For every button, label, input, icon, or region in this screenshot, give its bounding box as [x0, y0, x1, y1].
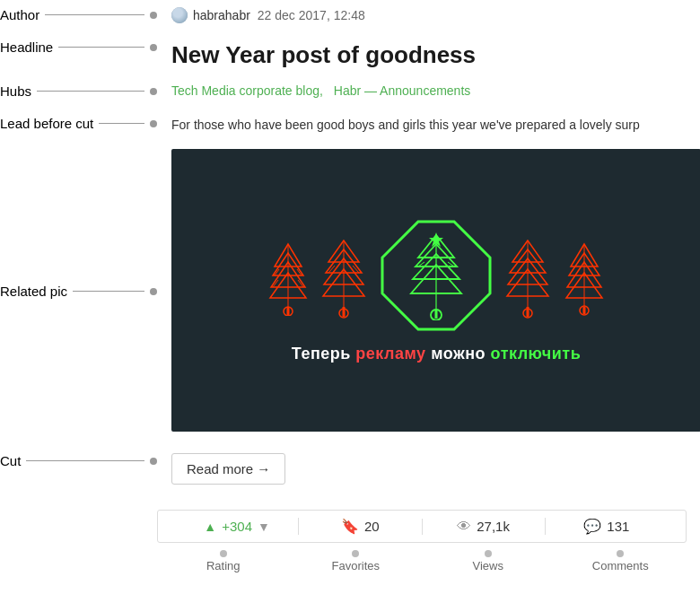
eye-icon: 👁 — [457, 519, 471, 535]
ad-green: отключить — [491, 345, 582, 363]
views-stat: 👁 27,1k — [422, 519, 545, 535]
hubs-dot — [150, 88, 157, 95]
related-pic-label: Related pic — [0, 284, 67, 299]
rating-label: Rating — [206, 559, 241, 572]
comments-label-dot — [617, 550, 624, 557]
headline-dot — [150, 44, 157, 51]
lead-line — [99, 123, 144, 124]
hub-link-2[interactable]: Habr — Announcements — [334, 83, 471, 98]
views-label-item: Views — [422, 550, 555, 572]
cut-line — [26, 460, 144, 461]
image-content: Теперь рекламу можно отключить — [157, 149, 700, 432]
favorites-label-item: Favorites — [290, 550, 423, 572]
hubs-content: Tech Media corporate blog, Habr — Announ… — [157, 83, 700, 98]
hubs-line — [37, 91, 144, 92]
svg-marker-20 — [382, 222, 490, 329]
related-pic-row: Related pic — [0, 142, 700, 439]
bookmark-icon: 🔖 — [341, 518, 359, 535]
read-more-button[interactable]: Read more → — [171, 453, 285, 485]
related-pic-dot — [150, 288, 157, 295]
favorites-label: Favorites — [332, 559, 380, 572]
author-label-col: Author — [0, 7, 157, 22]
rating-stat: ▲ +304 ▼ — [176, 519, 298, 534]
stats-bar: ▲ +304 ▼ 🔖 20 👁 27,1k 💬 131 — [157, 510, 687, 543]
headline-label: Headline — [0, 39, 53, 55]
comments-stat: 💬 131 — [545, 518, 668, 535]
hub-link-1[interactable]: Tech Media corporate blog, — [171, 83, 323, 98]
headline-row: Headline New Year post of goodness — [0, 32, 700, 76]
favorites-label-dot — [352, 550, 359, 557]
lead-dot — [150, 120, 157, 127]
lead-text: For those who have been good boys and gi… — [171, 116, 640, 135]
hubs-label: Hubs — [0, 83, 31, 99]
author-row: Author habrahabr 22 dec 2017, 12:48 — [0, 0, 700, 32]
trees-container — [266, 217, 607, 334]
related-pic-label-col: Related pic — [0, 149, 157, 299]
cut-label-col: Cut — [0, 453, 157, 468]
author-name[interactable]: habrahabr — [193, 8, 250, 22]
related-pic-line — [73, 291, 144, 292]
favorites-stat: 🔖 20 — [298, 518, 421, 535]
lead-row: Lead before cut For those who have been … — [0, 109, 700, 142]
lead-label-col: Lead before cut — [0, 116, 157, 131]
views-label: Views — [473, 559, 503, 572]
comments-label-item: Comments — [555, 550, 687, 572]
author-line — [45, 14, 144, 15]
hub-separator — [327, 83, 330, 98]
stat-labels: Rating Favorites Views Comments — [157, 550, 687, 572]
article-image: Теперь рекламу можно отключить — [171, 149, 700, 432]
author-content: habrahabr 22 dec 2017, 12:48 — [157, 7, 700, 23]
hubs-label-col: Hubs — [0, 83, 157, 99]
author-label: Author — [0, 7, 39, 22]
hubs-row: Hubs Tech Media corporate blog, Habr — A… — [0, 76, 700, 109]
rating-value: +304 — [222, 519, 252, 534]
headline-label-col: Headline — [0, 39, 157, 55]
tree-1 — [266, 235, 311, 316]
tree-5 — [562, 235, 607, 316]
tree-4 — [503, 233, 553, 319]
cut-dot — [150, 458, 157, 465]
rating-label-item: Rating — [157, 550, 290, 572]
cut-row: Cut Read more → — [0, 446, 700, 492]
headline-content: New Year post of goodness — [157, 39, 700, 69]
views-value: 27,1k — [477, 519, 510, 534]
page-wrapper: Author habrahabr 22 dec 2017, 12:48 Head… — [0, 0, 700, 572]
article-headline[interactable]: New Year post of goodness — [171, 41, 476, 69]
comment-icon: 💬 — [583, 518, 601, 535]
ad-red: рекламу — [355, 345, 425, 363]
comments-label: Comments — [592, 559, 649, 572]
author-date: 22 dec 2017, 12:48 — [258, 8, 365, 22]
up-arrow-icon[interactable]: ▲ — [204, 520, 216, 534]
cut-content: Read more → — [157, 453, 700, 485]
headline-line — [58, 47, 144, 48]
comments-value: 131 — [607, 519, 629, 534]
author-dot — [150, 12, 157, 19]
favorites-value: 20 — [364, 519, 380, 534]
avatar — [171, 7, 188, 23]
lead-label: Lead before cut — [0, 116, 93, 131]
ad-mid: можно — [426, 345, 491, 363]
down-arrow-icon[interactable]: ▼ — [258, 520, 270, 534]
views-label-dot — [485, 550, 492, 557]
center-tree-container — [378, 217, 494, 334]
rating-label-dot — [220, 550, 227, 557]
tree-2 — [319, 233, 369, 319]
cut-label: Cut — [0, 453, 21, 468]
ad-text: Теперь рекламу можно отключить — [292, 345, 581, 363]
octagon-border — [378, 217, 494, 334]
ad-prefix: Теперь — [292, 345, 356, 363]
lead-content: For those who have been good boys and gi… — [157, 116, 700, 135]
stats-section: ▲ +304 ▼ 🔖 20 👁 27,1k 💬 131 — [157, 510, 687, 572]
